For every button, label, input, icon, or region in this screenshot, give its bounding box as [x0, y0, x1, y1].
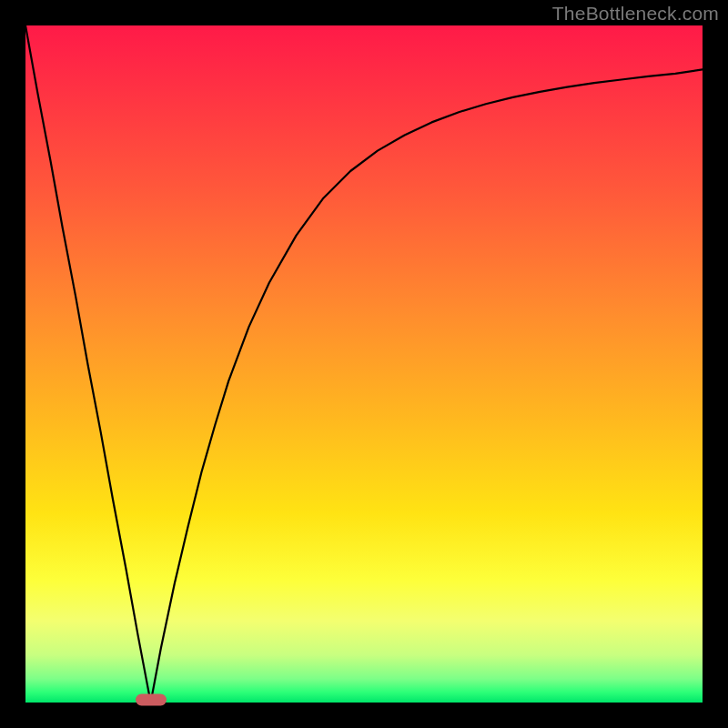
- curve-svg: [25, 25, 703, 703]
- minimum-marker: [136, 694, 167, 706]
- chart-frame: TheBottleneck.com: [0, 0, 728, 728]
- plot-area: [25, 25, 703, 703]
- bottleneck-curve-path: [25, 25, 703, 703]
- watermark-text: TheBottleneck.com: [552, 3, 719, 25]
